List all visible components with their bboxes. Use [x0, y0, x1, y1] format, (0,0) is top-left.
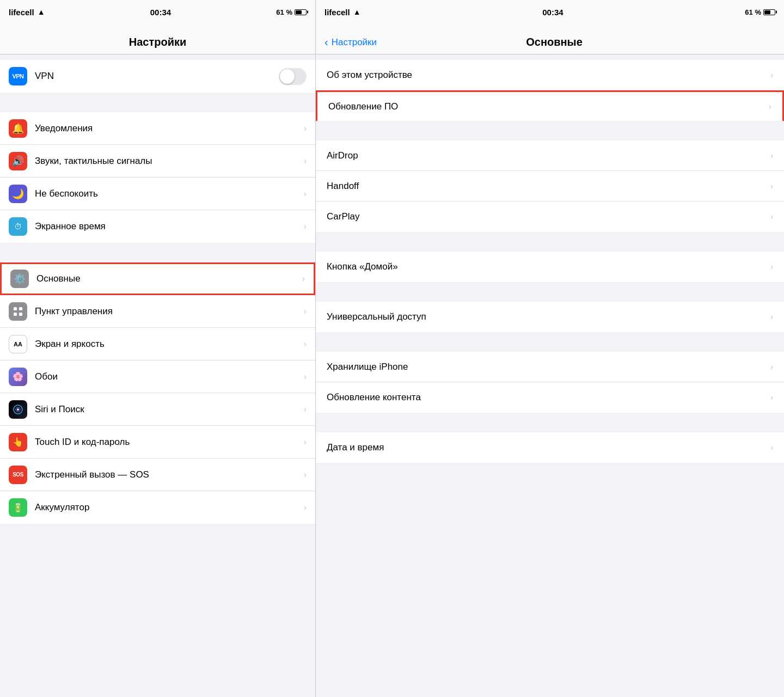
right-row-software-update[interactable]: Обновление ПО ›: [316, 90, 784, 121]
left-status-left: lifecell ▲: [9, 8, 45, 17]
svg-point-6: [17, 408, 19, 411]
wallpaper-label: Обои: [35, 371, 299, 382]
settings-row-wallpaper[interactable]: 🌸 Обои ›: [0, 360, 315, 393]
settings-row-touch-id[interactable]: 👆 Touch ID и код-пароль ›: [0, 426, 315, 458]
sounds-label: Звуки, тактильные сигналы: [35, 156, 299, 167]
right-scroll-area[interactable]: Об этом устройстве › Обновление ПО › Air…: [316, 54, 784, 697]
date-time-chevron: ›: [770, 443, 773, 453]
sos-label: Экстренный вызов — SOS: [35, 469, 299, 480]
carplay-chevron: ›: [770, 212, 773, 222]
wallpaper-icon: 🌸: [9, 368, 27, 386]
right-battery-icon: [763, 9, 775, 15]
battery-chevron: ›: [304, 503, 307, 512]
right-row-accessibility[interactable]: Универсальный доступ ›: [316, 302, 784, 332]
notifications-chevron: ›: [304, 124, 307, 133]
svg-rect-2: [14, 313, 17, 316]
sounds-chevron: ›: [304, 156, 307, 166]
right-row-iphone-storage[interactable]: Хранилище iPhone ›: [316, 352, 784, 382]
settings-row-control-center[interactable]: Пункт управления ›: [0, 295, 315, 328]
settings-row-general[interactable]: ⚙️ Основные ›: [0, 262, 315, 295]
right-nav-back-area[interactable]: ‹ Настройки: [324, 36, 377, 48]
right-status-left: lifecell ▲: [324, 8, 361, 17]
right-nav-bar: ‹ Настройки Основные: [316, 24, 784, 54]
right-status-time: 00:34: [542, 8, 563, 17]
screen-time-icon: ⏱: [9, 217, 27, 236]
right-status-bar: lifecell ▲ 00:34 61 %: [316, 0, 784, 24]
general-icon: ⚙️: [10, 270, 29, 288]
right-row-background-app[interactable]: Обновление контента ›: [316, 382, 784, 413]
settings-row-sounds[interactable]: 🔊 Звуки, тактильные сигналы ›: [0, 145, 315, 178]
airdrop-label: AirDrop: [327, 150, 770, 161]
right-row-home-button[interactable]: Кнопка «Домой» ›: [316, 252, 784, 282]
general-label: Основные: [36, 273, 298, 284]
screen-time-chevron: ›: [304, 222, 307, 231]
control-center-icon: [9, 302, 27, 321]
left-status-right: 61 %: [276, 8, 307, 16]
settings-row-vpn[interactable]: VPN VPN: [0, 60, 315, 93]
sos-chevron: ›: [304, 470, 307, 480]
handoff-chevron: ›: [770, 181, 773, 191]
background-app-chevron: ›: [770, 393, 773, 402]
vpn-toggle[interactable]: [279, 68, 307, 85]
right-nav-back-btn[interactable]: Настройки: [332, 37, 377, 48]
left-panel: lifecell ▲ 00:34 61 % Настройки VPN VPN: [0, 0, 316, 697]
handoff-label: Handoff: [327, 181, 770, 192]
display-label: Экран и яркость: [35, 339, 299, 350]
right-section-6: Дата и время ›: [316, 432, 784, 463]
settings-row-notifications[interactable]: 🔔 Уведомления ›: [0, 112, 315, 145]
left-vpn-section: VPN VPN: [0, 60, 315, 93]
general-chevron: ›: [302, 274, 305, 284]
touch-id-icon: 👆: [9, 433, 27, 451]
right-wifi-icon: ▲: [353, 8, 361, 16]
svg-rect-1: [19, 307, 22, 310]
notifications-label: Уведомления: [35, 123, 299, 134]
right-section-5: Хранилище iPhone › Обновление контента ›: [316, 352, 784, 413]
touch-id-label: Touch ID и код-пароль: [35, 437, 299, 448]
settings-row-siri[interactable]: Siri и Поиск ›: [0, 393, 315, 426]
right-panel: lifecell ▲ 00:34 61 % ‹ Настройки Основн…: [316, 0, 784, 697]
vpn-icon: VPN: [9, 67, 27, 85]
left-scroll-area[interactable]: VPN VPN 🔔 Уведомления › 🔊 Звуки, тактиль…: [0, 54, 315, 697]
carplay-label: CarPlay: [327, 211, 770, 222]
left-status-bar: lifecell ▲ 00:34 61 %: [0, 0, 315, 24]
siri-chevron: ›: [304, 405, 307, 414]
about-chevron: ›: [770, 70, 773, 80]
left-wifi-icon: ▲: [38, 8, 45, 16]
sounds-icon: 🔊: [9, 152, 27, 170]
background-app-label: Обновление контента: [327, 392, 770, 403]
left-carrier: lifecell: [9, 8, 34, 17]
iphone-storage-chevron: ›: [770, 362, 773, 372]
left-battery-fill: [296, 10, 302, 14]
iphone-storage-label: Хранилище iPhone: [327, 362, 770, 372]
svg-rect-3: [19, 313, 22, 316]
right-row-handoff[interactable]: Handoff ›: [316, 171, 784, 201]
sos-icon: SOS: [9, 466, 27, 484]
home-button-chevron: ›: [770, 262, 773, 272]
settings-row-screen-time[interactable]: ⏱ Экранное время ›: [0, 210, 315, 243]
right-battery-fill: [764, 10, 770, 14]
right-row-carplay[interactable]: CarPlay ›: [316, 201, 784, 232]
settings-row-battery[interactable]: 🔋 Аккумулятор ›: [0, 491, 315, 524]
display-icon: AA: [9, 335, 27, 353]
dnd-label: Не беспокоить: [35, 188, 299, 199]
siri-label: Siri и Поиск: [35, 404, 299, 415]
settings-row-dnd[interactable]: 🌙 Не беспокоить ›: [0, 178, 315, 210]
right-row-date-time[interactable]: Дата и время ›: [316, 432, 784, 463]
touch-id-chevron: ›: [304, 437, 307, 447]
right-section-2: AirDrop › Handoff › CarPlay ›: [316, 140, 784, 232]
siri-icon: [9, 400, 27, 419]
right-row-airdrop[interactable]: AirDrop ›: [316, 140, 784, 171]
left-nav-title: Настройки: [129, 36, 187, 48]
right-row-about[interactable]: Об этом устройстве ›: [316, 60, 784, 90]
battery-label: Аккумулятор: [35, 502, 299, 513]
dnd-chevron: ›: [304, 189, 307, 199]
settings-row-display[interactable]: AA Экран и яркость ›: [0, 328, 315, 360]
display-chevron: ›: [304, 339, 307, 349]
control-center-chevron: ›: [304, 307, 307, 316]
left-battery-icon: [295, 9, 307, 15]
accessibility-chevron: ›: [770, 312, 773, 322]
settings-row-sos[interactable]: SOS Экстренный вызов — SOS ›: [0, 458, 315, 491]
right-nav-title: Основные: [526, 36, 583, 48]
vpn-label: VPN: [35, 71, 274, 82]
about-label: Об этом устройстве: [327, 70, 770, 81]
